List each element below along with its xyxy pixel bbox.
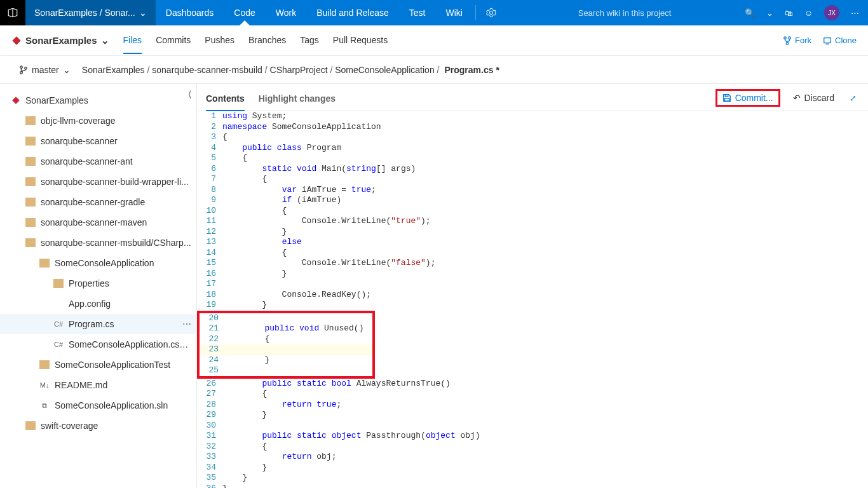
code-line[interactable]: 19 } [197,300,868,311]
editor-tab-contents[interactable]: Contents [206,90,245,111]
tree-folder[interactable]: sonarqube-scanner [0,131,196,151]
code-line[interactable]: 23 [200,344,372,355]
sub-tab-tags[interactable]: Tags [300,27,319,54]
sub-tab-commits[interactable]: Commits [156,27,191,54]
code-line[interactable]: 14 { [197,248,868,259]
code-line[interactable]: 28 return true; [197,400,868,410]
breadcrumb-segment[interactable]: SomeConsoleApplication [335,65,434,75]
code-line[interactable]: 24 } [200,355,372,366]
project-breadcrumb[interactable]: SonarExamples / Sonar... ⌄ [25,0,156,25]
code-line[interactable]: 10 { [197,206,868,217]
svg-point-5 [20,71,23,74]
tree-folder[interactable]: sonarqube-scanner-build-wrapper-li... [0,172,196,192]
code-line[interactable]: 30 [197,421,868,431]
top-tab-build-and-release[interactable]: Build and Release [306,0,399,25]
code-line[interactable]: 12 } [197,227,868,238]
tree-folder[interactable]: SomeConsoleApplicationTest [0,355,196,375]
expand-icon[interactable]: ⤢ [847,91,859,105]
folder-icon [25,177,36,186]
more-icon[interactable]: ⋯ [851,8,859,18]
tree-folder[interactable]: objc-llvm-coverage [0,111,196,131]
file-tree: SonarExamplesobjc-llvm-coveragesonarqube… [0,84,197,488]
avatar[interactable]: JX [824,5,839,20]
tree-file[interactable]: C#Program.cs⋯ [0,314,196,334]
code-line[interactable]: 34 } [197,463,868,473]
code-line[interactable]: 3{ [197,132,868,143]
top-tab-test[interactable]: Test [399,0,436,25]
code-line[interactable]: 31 public static object Passthrough(obje… [197,431,868,442]
sub-tab-pull-requests[interactable]: Pull Requests [333,27,388,54]
breadcrumb-segment[interactable]: SonarExamples [82,65,145,75]
code-editor[interactable]: 1using System;2namespace SomeConsoleAppl… [197,111,868,488]
sub-tab-pushes[interactable]: Pushes [205,27,234,54]
chevron-down-icon[interactable]: ⌄ [766,8,773,18]
tree-folder[interactable]: SomeConsoleApplication [0,253,196,273]
feedback-icon[interactable]: ☺ [804,8,813,18]
code-line[interactable]: 4 public class Program [197,143,868,154]
tree-folder[interactable]: sonarqube-scanner-maven [0,212,196,233]
code-line[interactable]: 25 [200,365,372,376]
code-line[interactable]: 7 { [197,174,868,185]
line-number: 14 [197,248,222,259]
code-line[interactable]: 15 Console.WriteLine("false"); [197,258,868,269]
code-line[interactable]: 17 [197,279,868,290]
tree-file[interactable]: App.config [0,294,196,314]
top-tab-dashboards[interactable]: Dashboards [156,0,224,25]
code-line[interactable]: 29 } [197,410,868,421]
tree-file[interactable]: C#SomeConsoleApplication.csp... [0,334,196,355]
tree-folder[interactable]: sonarqube-scanner-ant [0,151,196,172]
top-nav-tabs: DashboardsCodeWorkBuild and ReleaseTestW… [156,0,473,25]
code-line[interactable]: 2namespace SomeConsoleApplication [197,122,868,133]
code-line[interactable]: 27 { [197,389,868,400]
code-line[interactable]: 16 } [197,269,868,280]
search-icon[interactable]: 🔍 [745,8,755,18]
top-tab-work[interactable]: Work [266,0,306,25]
editor-tab-highlight-changes[interactable]: Highlight changes [259,90,336,111]
search-input[interactable]: Search wiki in this project [571,0,736,25]
code-line[interactable]: 33 return obj; [197,452,868,463]
code-line[interactable]: 13 else [197,237,868,248]
chevron-down-icon: ⌄ [139,8,147,18]
code-line[interactable]: 21 public void Unused() [200,323,372,334]
commit-button[interactable]: Commit... [715,89,780,107]
code-line[interactable]: 18 Console.ReadKey(); [197,290,868,301]
tree-folder[interactable]: sonarqube-scanner-gradle [0,192,196,212]
top-tab-code[interactable]: Code [224,0,265,25]
more-icon[interactable]: ⋯ [182,319,191,329]
clone-button[interactable]: Clone [823,36,857,45]
line-number: 10 [197,206,222,217]
code-highlight-box: 2021 public void Unused()22 {2324 }25 [197,311,375,379]
collapse-icon[interactable]: ⟨ [188,89,191,99]
tree-folder[interactable]: Properties [0,273,196,294]
code-line[interactable]: 9 if (iAmTrue) [197,195,868,206]
top-tab-wiki[interactable]: Wiki [435,0,472,25]
vsts-logo[interactable] [0,0,25,25]
code-line[interactable]: 35 } [197,473,868,484]
code-line[interactable]: 36} [197,484,868,489]
sub-tab-files[interactable]: Files [123,27,142,54]
tree-root[interactable]: SonarExamples [0,90,196,111]
code-line[interactable]: 8 var iAmTrue = true; [197,185,868,196]
discard-button[interactable]: ↶ Discard [789,91,838,105]
code-line[interactable]: 20 [200,313,372,324]
fork-button[interactable]: Fork [783,36,811,45]
sub-tab-branches[interactable]: Branches [248,27,286,54]
code-line[interactable]: 6 static void Main(string[] args) [197,164,868,175]
undo-icon: ↶ [793,93,801,103]
code-line[interactable]: 1using System; [197,111,868,122]
tree-folder[interactable]: sonarqube-scanner-msbuild/CSharp... [0,233,196,253]
gear-icon[interactable] [478,0,504,25]
code-line[interactable]: 5 { [197,153,868,164]
tree-folder[interactable]: swift-coverage [0,416,196,436]
code-line[interactable]: 32 { [197,442,868,452]
tree-file[interactable]: ⧉SomeConsoleApplication.sln [0,395,196,416]
code-line[interactable]: 11 Console.WriteLine("true"); [197,216,868,227]
code-line[interactable]: 22 { [200,334,372,345]
breadcrumb-segment[interactable]: sonarqube-scanner-msbuild [152,65,262,75]
tree-file[interactable]: M↓README.md [0,375,196,395]
repo-selector[interactable]: SonarExamples ⌄ [11,35,109,46]
shopping-icon[interactable]: 🛍 [785,8,793,18]
code-line[interactable]: 26 public static bool AlwaysReturnsTrue(… [197,379,868,390]
branch-selector[interactable]: master ⌄ [19,65,71,75]
breadcrumb-segment[interactable]: CSharpProject [270,65,328,75]
